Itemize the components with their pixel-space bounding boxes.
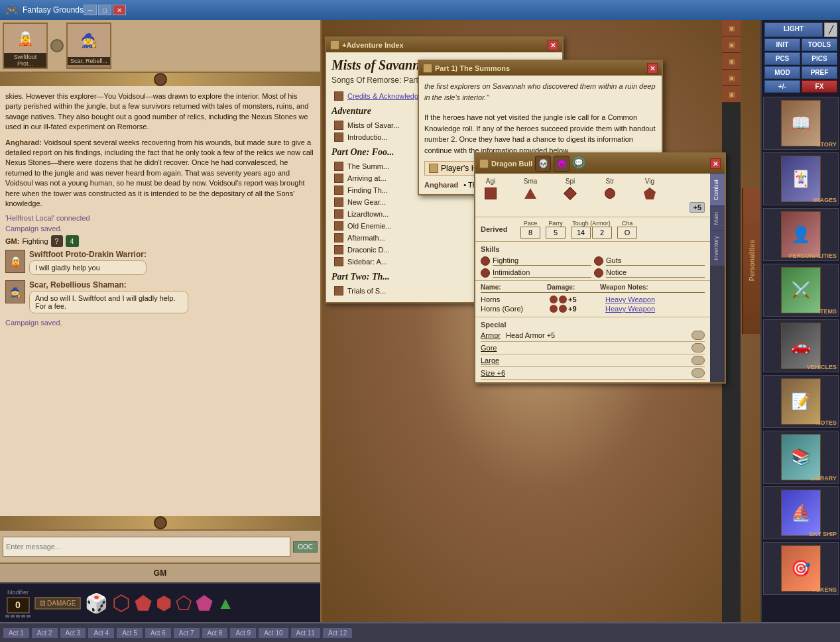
center-map-area: ⬡ Personalities ▣ ▣ ▣ ▣ ▣ +Adventure Ind…	[322, 20, 760, 622]
card-images[interactable]: 🃏 IMAGES	[763, 152, 839, 205]
center-btn-5[interactable]: ▣	[722, 86, 741, 103]
library-card-label: LIBRARY	[810, 475, 837, 482]
close-button[interactable]: ✕	[113, 5, 126, 15]
skill-intimidation[interactable]: Intimidation	[481, 268, 591, 278]
card-tokens[interactable]: 🎯 TOKENS	[763, 542, 839, 595]
bottom-act7[interactable]: Act 7	[173, 627, 200, 639]
intimidation-label: Intimidation	[493, 268, 591, 278]
bottom-act4[interactable]: Act 4	[88, 627, 115, 639]
gore-name[interactable]: Gore	[481, 344, 497, 352]
dragon-chat-icon[interactable]: 💬	[572, 156, 585, 169]
light-button[interactable]: LIGHT	[764, 23, 823, 37]
center-btn-3[interactable]: ▣	[722, 53, 741, 70]
portrait-scar[interactable]: 🧙 Scar, Rebell...	[66, 23, 111, 69]
skill-fighting[interactable]: Fighting	[481, 256, 591, 266]
armor-toggle[interactable]	[691, 331, 705, 340]
chat-scroll-area[interactable]: skies. However this explorer—You Voidsou…	[0, 86, 320, 516]
shape-str[interactable]	[600, 188, 620, 199]
tab-combat[interactable]: Combat	[710, 174, 725, 206]
dragon-face-icon[interactable]: 😈	[554, 156, 570, 172]
horns-type[interactable]: Heavy Weapon	[605, 295, 705, 303]
skill-guts[interactable]: Guts	[594, 256, 705, 266]
bottom-act5[interactable]: Act 5	[116, 627, 143, 639]
center-btn-2[interactable]: ▣	[722, 36, 741, 53]
tab-main[interactable]: Main	[710, 206, 725, 231]
armor-value[interactable]: 2	[592, 227, 612, 239]
gore-type[interactable]: Heavy Weapon	[605, 305, 705, 313]
portrait-swiftfoot[interactable]: 🧝 Swiftfoot Prot...	[3, 23, 48, 69]
bottom-act3[interactable]: Act 3	[60, 627, 87, 639]
bottom-act11[interactable]: Act 11	[290, 627, 321, 639]
attacks-damage-header: Damage:	[547, 284, 600, 291]
skill-notice[interactable]: Notice	[594, 268, 705, 278]
dice-d8[interactable]: ⬟	[135, 592, 152, 615]
dragon-close-button[interactable]: ✕	[710, 158, 721, 169]
armor-name[interactable]: Armor	[481, 331, 501, 339]
init-button[interactable]: INIT	[764, 38, 800, 51]
gm-badge[interactable]: ?	[51, 235, 63, 247]
card-notes[interactable]: 📝 NOTES	[763, 375, 839, 428]
vehicles-card-img: 🚗	[781, 323, 821, 369]
shape-agi[interactable]	[481, 187, 501, 199]
size-name[interactable]: Size +6	[481, 369, 505, 377]
bottom-act10[interactable]: Act 10	[258, 627, 288, 639]
dragon-skull-icon[interactable]: 💀	[535, 156, 551, 172]
summons-titlebar[interactable]: Part 1) The Summons ✕	[419, 61, 662, 76]
summons-title: Part 1) The Summons	[435, 64, 510, 72]
dragon-header-icons: 💀 😈 💬	[535, 156, 585, 172]
dice-d20[interactable]: ⬟	[196, 592, 213, 615]
attack-horns-gore[interactable]: Horns (Gore) +9 Heavy Weapon	[481, 305, 705, 313]
tools-button[interactable]: TOOLS	[802, 38, 837, 51]
intro-icon	[334, 133, 343, 142]
dice-d12[interactable]: ⬠	[176, 592, 192, 614]
cha-value[interactable]: O	[617, 227, 637, 239]
fx-button[interactable]: FX	[802, 80, 837, 93]
parry-value[interactable]: 5	[546, 227, 566, 239]
pcs-button[interactable]: PCS	[764, 52, 800, 65]
center-btn-1[interactable]: ▣	[722, 20, 741, 36]
bottom-act2[interactable]: Act 2	[31, 627, 58, 639]
tough-value[interactable]: 14	[571, 227, 591, 239]
dice-d4[interactable]: 🎲	[85, 592, 108, 614]
dragon-titlebar[interactable]: Dragon Bull 💀 😈 💬 ✕	[475, 154, 725, 174]
item-icon-8	[334, 245, 343, 254]
pace-value[interactable]: 8	[520, 227, 540, 239]
tab-inventory[interactable]: Inventory	[710, 230, 725, 266]
adventure-titlebar[interactable]: +Adventure Index ✕	[326, 38, 562, 52]
personalities-sidebar[interactable]: Personalities	[742, 188, 760, 334]
dice-d10[interactable]: ⬢	[156, 592, 172, 614]
minimize-button[interactable]: ─	[84, 5, 97, 15]
card-vehicles[interactable]: 🚗 VEHICLES	[763, 319, 839, 372]
dice-d6[interactable]: ⬡	[112, 590, 131, 615]
attack-horns[interactable]: Horns +5 Heavy Weapon	[481, 295, 705, 303]
bottom-act1[interactable]: Act 1	[3, 627, 30, 639]
card-skyship[interactable]: ⛵ SKY SHIP	[763, 486, 839, 539]
shape-vig[interactable]	[640, 187, 660, 199]
plusminus-button[interactable]: +/-	[764, 80, 800, 93]
adventure-close-button[interactable]: ✕	[548, 40, 558, 50]
card-items[interactable]: ⚔️ ITEMS	[763, 264, 839, 317]
card-personalities[interactable]: 👤 PERSONALITIES	[763, 208, 839, 261]
gore-toggle[interactable]	[691, 343, 705, 352]
bottom-act12[interactable]: Act 12	[322, 627, 353, 639]
card-library[interactable]: 📚 LIBRARY	[763, 431, 839, 484]
summons-close-button[interactable]: ✕	[647, 63, 658, 74]
shape-spi[interactable]	[560, 189, 580, 198]
center-btn-4[interactable]: ▣	[722, 70, 741, 86]
damage-button[interactable]: ⚄ DAMAGE	[34, 597, 81, 610]
bottom-act6[interactable]: Act 6	[145, 627, 172, 639]
maximize-button[interactable]: □	[98, 5, 111, 15]
chat-input[interactable]	[3, 537, 290, 557]
ooc-button[interactable]: OOC	[293, 541, 318, 553]
mod-button[interactable]: MOD	[764, 66, 800, 79]
bottom-act9[interactable]: Act 9	[229, 627, 257, 639]
large-name[interactable]: Large	[481, 356, 499, 364]
card-story[interactable]: 📖 STORY	[763, 97, 839, 150]
large-toggle[interactable]	[691, 356, 705, 365]
pics-button[interactable]: PICS	[802, 52, 837, 65]
bottom-act8[interactable]: Act 8	[202, 627, 229, 639]
shape-sma[interactable]	[520, 188, 540, 199]
pref-button[interactable]: PREF	[802, 66, 837, 79]
size-toggle[interactable]	[691, 368, 705, 378]
dice-wild[interactable]: ▲	[217, 593, 234, 614]
